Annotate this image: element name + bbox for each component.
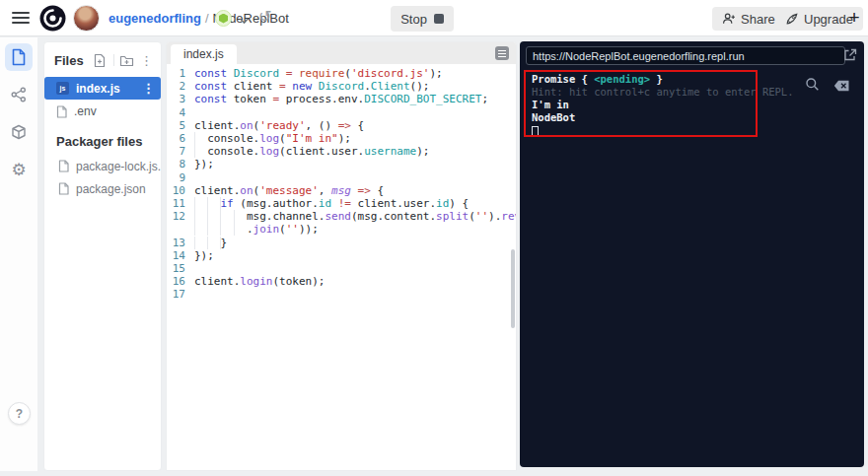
packages-rail-icon[interactable] <box>5 118 33 146</box>
line-number: 17 <box>167 288 194 301</box>
code-line: 3const token = process.env.DISCORD_BOT_S… <box>167 93 516 105</box>
settings-rail-icon[interactable]: ⚙ <box>5 156 33 183</box>
line-number: 14 <box>167 249 194 262</box>
code-token: if <box>221 197 234 210</box>
code-text: console.log(client.user.username); <box>194 145 429 158</box>
code-token: { <box>351 119 364 132</box>
code-token: = <box>279 80 286 93</box>
packager-file-item[interactable]: package-lock.js... <box>44 155 161 177</box>
user-avatar[interactable] <box>73 5 100 32</box>
code-line: 17 <box>167 288 516 301</box>
console-line: Hint: hit control+c anytime to enter REP… <box>532 86 822 99</box>
code-token: DISCORD_BOT_SECRET <box>364 93 481 105</box>
code-line: 9 <box>167 171 516 184</box>
code-token: Client <box>371 80 410 93</box>
packager-files-list: package-lock.js...package.json <box>44 155 161 200</box>
console-clear-icon[interactable] <box>833 78 850 96</box>
editor-scrollbar[interactable] <box>511 249 515 328</box>
code-token: 'ready' <box>259 119 305 132</box>
code-token: ( <box>469 210 475 223</box>
editor-menu-icon[interactable] <box>495 46 509 60</box>
chevron-down-icon[interactable] <box>240 14 249 23</box>
files-kebab-menu-icon[interactable]: ⋮ <box>140 54 153 67</box>
gear-icon: ⚙ <box>11 160 26 179</box>
open-external-icon[interactable] <box>842 47 858 63</box>
files-rail-icon[interactable] <box>5 43 33 71</box>
help-button[interactable]: ? <box>8 402 31 425</box>
packager-file-item[interactable]: package.json <box>44 177 161 200</box>
top-bar: eugenedorfling/NodeReplBot ↺ Stop Share … <box>0 0 868 36</box>
code-token: , () <box>306 119 338 132</box>
indent-guide <box>194 210 247 223</box>
code-token: (msg.content. <box>351 210 436 223</box>
tab-index-js[interactable]: index.js <box>171 44 237 64</box>
add-folder-icon[interactable] <box>119 52 135 68</box>
file-kebab-menu-icon[interactable]: ⋮ <box>142 82 155 95</box>
code-token: console. <box>207 145 259 158</box>
code-line: .join('')); <box>167 223 516 236</box>
breadcrumb-username[interactable]: eugenedorfling <box>108 11 201 26</box>
version-control-rail-icon[interactable] <box>5 81 33 108</box>
code-line: 14}); <box>167 249 516 262</box>
breadcrumb-separator: / <box>201 11 213 26</box>
console-line: I'm in <box>532 99 822 111</box>
line-number: 1 <box>167 67 194 80</box>
code-token: reverse <box>501 210 517 223</box>
code-token: ( <box>279 132 286 145</box>
code-text: const client = new Discord.Client(); <box>194 80 429 93</box>
code-editor[interactable]: 1const Discord = require('discord.js');2… <box>167 64 516 469</box>
code-line: 10client.on('message', msg => { <box>167 184 516 197</box>
code-line: 2const client = new Discord.Client(); <box>167 80 516 93</box>
console-text: Promise { <box>532 73 594 85</box>
history-icon[interactable]: ↺ <box>258 7 271 26</box>
indent-guide <box>194 197 221 210</box>
code-token: client <box>227 80 279 93</box>
replit-logo-icon[interactable] <box>39 5 66 32</box>
code-line: 16client.login(token); <box>167 275 516 288</box>
code-token: ); <box>338 132 351 145</box>
code-token: Discord <box>319 80 364 93</box>
code-text <box>194 171 201 184</box>
code-text: const Discord = require('discord.js'); <box>194 67 443 80</box>
code-token: "I'm in" <box>286 132 338 145</box>
code-text <box>194 262 201 275</box>
code-token: const <box>194 80 227 93</box>
line-number: 11 <box>167 197 194 210</box>
line-number: 5 <box>167 119 194 132</box>
code-line: 5client.on('ready', () => { <box>167 119 516 132</box>
line-number: 7 <box>167 145 194 158</box>
files-list: jsindex.js⋮.env <box>44 77 161 122</box>
code-token: )); <box>299 223 319 236</box>
code-token: ; <box>481 93 488 105</box>
add-file-icon[interactable] <box>93 52 108 68</box>
hamburger-menu-icon[interactable] <box>12 12 30 25</box>
file-item-env[interactable]: .env <box>44 101 161 122</box>
line-number: 2 <box>167 80 194 93</box>
code-token: ) { <box>449 197 469 210</box>
repl-url-input[interactable] <box>526 46 845 65</box>
file-item-indexjs[interactable]: jsindex.js⋮ <box>44 77 161 100</box>
indent-guide <box>194 145 207 158</box>
editor-panel: index.js 1const Discord = require('disco… <box>166 41 517 471</box>
code-token: . <box>247 223 253 236</box>
file-name: .env <box>74 104 155 118</box>
code-line: 6 console.log("I'm in"); <box>167 132 516 145</box>
stop-button[interactable]: Stop <box>391 6 454 32</box>
files-panel-title: Files <box>54 53 88 68</box>
code-line: 12 msg.channel.send(msg.content.split(''… <box>167 210 516 223</box>
code-token: ( <box>279 223 286 236</box>
console-search-icon[interactable] <box>805 77 820 96</box>
share-button[interactable]: Share <box>712 7 785 31</box>
stop-label: Stop <box>400 12 427 27</box>
code-token: join <box>253 223 280 236</box>
console-output[interactable]: Promise { <pending> }Hint: hit control+c… <box>526 73 822 137</box>
nodejs-language-icon <box>215 10 232 27</box>
code-text: client.on('message', msg => { <box>194 184 384 197</box>
line-number: 15 <box>167 262 194 275</box>
code-token <box>292 67 299 80</box>
editor-tab-bar: index.js <box>167 42 516 64</box>
console-panel: Promise { <pending> }Hint: hit control+c… <box>520 41 864 467</box>
new-repl-button[interactable]: + <box>842 5 866 31</box>
stop-square-icon <box>434 14 444 24</box>
console-text: } <box>650 73 663 85</box>
